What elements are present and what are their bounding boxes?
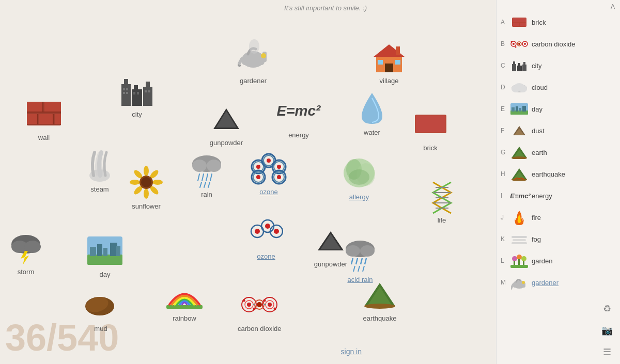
canvas-item-city[interactable]: city <box>119 72 155 118</box>
canvas-item-rain[interactable]: rain <box>189 152 225 198</box>
sidebar-row-b[interactable]: B carbon dioxide <box>497 33 620 55</box>
svg-rect-3 <box>27 114 37 124</box>
svg-rect-98 <box>110 243 117 256</box>
svg-point-51 <box>130 180 140 185</box>
sidebar-row-d[interactable]: D cloud <box>497 76 620 98</box>
canvas-item-gardener[interactable]: gardener <box>235 39 271 85</box>
canvas-item-wall[interactable]: wall <box>26 96 62 141</box>
canvas-item-ozone1[interactable]: ozone <box>251 150 287 196</box>
sidebar-row-j[interactable]: J fire <box>497 207 620 228</box>
svg-point-133 <box>253 308 256 310</box>
svg-rect-4 <box>39 114 53 124</box>
svg-point-31 <box>240 65 241 67</box>
svg-rect-96 <box>97 244 102 256</box>
life-label: life <box>438 216 446 224</box>
sidebar-name-earth: earth <box>532 149 547 156</box>
sidebar-row-m[interactable]: M gardener <box>497 272 620 293</box>
water-label: water <box>364 129 380 136</box>
carbon-dioxide-label: carbon dioxide <box>238 325 282 333</box>
svg-rect-24 <box>148 90 150 92</box>
sidebar-row-g[interactable]: G earth <box>497 141 620 163</box>
sign-in-button[interactable]: sign in <box>341 347 362 356</box>
svg-line-115 <box>353 266 355 272</box>
ozone1-icon <box>251 150 287 186</box>
sunflower-label: sunflower <box>132 202 161 210</box>
ozone2-icon <box>248 214 284 250</box>
canvas-item-day[interactable]: day <box>87 232 123 278</box>
sidebar-row-a[interactable]: A brick <box>497 11 620 33</box>
canvas-item-rainbow[interactable]: rainbow <box>166 276 203 322</box>
life-icon <box>424 178 460 214</box>
svg-point-120 <box>364 304 395 309</box>
sidebar-row-i[interactable]: I E=mc² energy <box>497 185 620 207</box>
svg-line-63 <box>204 182 206 187</box>
mud-label: mud <box>94 325 107 333</box>
sidebar-row-e[interactable]: E day <box>497 98 620 120</box>
carbon-dioxide-icon <box>241 287 277 323</box>
svg-line-58 <box>198 174 199 181</box>
sidebar-thumb-earthquake <box>510 165 529 183</box>
svg-line-111 <box>351 258 353 264</box>
energy-label: energy <box>288 131 309 139</box>
sidebar-thumb-energy: E=mc² <box>510 186 529 205</box>
svg-line-113 <box>361 258 362 264</box>
svg-rect-153 <box>518 63 520 67</box>
sidebar-row-h[interactable]: H earthquake <box>497 163 620 185</box>
main-canvas: It's still important to smile. :) 36/540… <box>0 0 496 364</box>
sidebar-thumb-cloud <box>510 78 529 97</box>
camera-icon[interactable]: 📷 <box>599 323 615 338</box>
canvas-item-storm[interactable]: storm <box>8 230 44 276</box>
sidebar-thumb-earth <box>510 143 529 162</box>
canvas-item-ozone2[interactable]: ozone <box>248 214 284 260</box>
svg-rect-99 <box>116 246 120 256</box>
canvas-item-sunflower[interactable]: sunflower <box>128 164 164 210</box>
svg-point-101 <box>255 229 260 234</box>
svg-rect-23 <box>145 90 147 92</box>
sidebar-row-c[interactable]: C city <box>497 55 620 76</box>
canvas-item-energy[interactable]: E=mc² energy <box>281 93 317 139</box>
svg-rect-95 <box>90 247 96 256</box>
canvas-item-mud[interactable]: mud <box>83 287 119 333</box>
canvas-item-steam[interactable]: steam <box>82 147 118 193</box>
svg-rect-162 <box>512 107 515 112</box>
sidebar-row-k[interactable]: K fog <box>497 228 620 250</box>
sidebar-name-co2: carbon dioxide <box>532 40 576 48</box>
canvas-item-life[interactable]: life <box>424 178 460 224</box>
svg-rect-176 <box>512 242 527 244</box>
sidebar-thumb-fire <box>510 208 529 227</box>
svg-point-56 <box>192 160 207 172</box>
svg-point-124 <box>247 303 251 307</box>
svg-rect-1 <box>27 102 42 112</box>
rainbow-label: rainbow <box>173 314 196 322</box>
sidebar-name-gardener: gardener <box>532 279 559 287</box>
svg-point-105 <box>274 229 279 234</box>
svg-point-103 <box>265 224 270 229</box>
svg-line-59 <box>202 174 204 181</box>
canvas-item-brick[interactable]: brick <box>412 106 448 152</box>
recycle-icon[interactable]: ♻ <box>599 301 615 316</box>
svg-line-117 <box>363 266 364 272</box>
canvas-item-village[interactable]: village <box>371 39 407 85</box>
sidebar-thumb-co2 <box>510 35 529 53</box>
menu-icon[interactable]: ☰ <box>599 344 615 360</box>
svg-line-186 <box>511 284 513 289</box>
svg-point-126 <box>257 302 262 307</box>
sidebar-row-l[interactable]: L garden <box>497 250 620 272</box>
sidebar-thumb-dust <box>510 121 529 140</box>
svg-rect-2 <box>44 102 61 112</box>
canvas-item-allergy[interactable]: allergy <box>341 155 377 201</box>
svg-point-109 <box>346 245 360 257</box>
sidebar-row-f[interactable]: F dust <box>497 120 620 141</box>
svg-rect-21 <box>133 92 135 94</box>
svg-line-28 <box>239 59 242 65</box>
svg-point-159 <box>514 83 524 90</box>
sidebar-name-dust: dust <box>532 127 545 135</box>
canvas-item-gunpowder1[interactable]: gunpowder <box>208 101 244 147</box>
water-icon <box>354 90 390 126</box>
canvas-item-carbon-dioxide[interactable]: carbon dioxide <box>238 287 282 333</box>
wall-label: wall <box>38 134 50 141</box>
canvas-item-water[interactable]: water <box>354 90 390 136</box>
canvas-item-earthquake[interactable]: earthquake <box>362 276 398 322</box>
sidebar-name-energy: energy <box>532 192 552 200</box>
svg-point-143 <box>513 43 515 45</box>
